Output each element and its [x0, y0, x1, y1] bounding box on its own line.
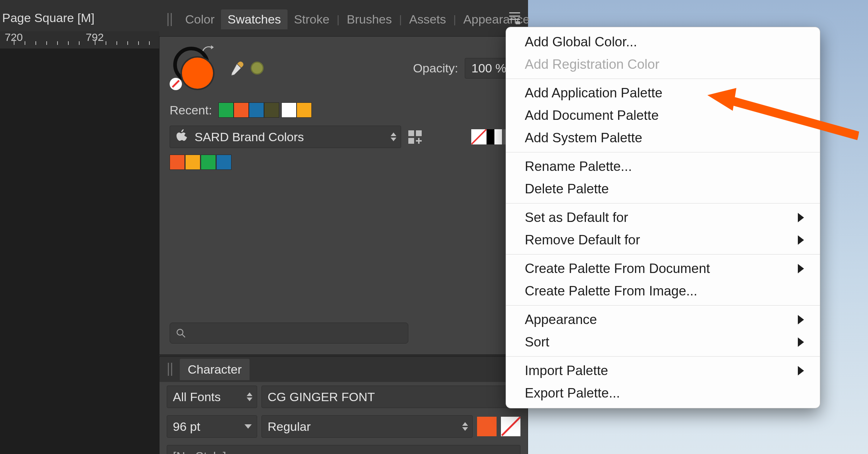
- menu-item-label: Sort: [525, 335, 549, 350]
- palette-swatch[interactable]: [170, 155, 185, 170]
- swatches-panel: Opacity: 100 % Recent: SARD Brand Colors: [159, 36, 528, 355]
- submenu-arrow-icon: [798, 366, 804, 375]
- document-canvas[interactable]: [0, 0, 159, 454]
- text-stroke-color[interactable]: [501, 417, 520, 436]
- tab-separator: |: [336, 13, 340, 26]
- menu-item-label: Create Palette From Document: [525, 261, 710, 276]
- palette-swatches: [159, 152, 528, 172]
- stepper-arrows-icon: [247, 392, 252, 401]
- submenu-arrow-icon: [798, 235, 804, 245]
- palette-selector[interactable]: SARD Brand Colors: [170, 126, 401, 148]
- menu-item[interactable]: Create Palette From Image...: [506, 280, 820, 302]
- sampled-color-icon[interactable]: [251, 62, 264, 75]
- menu-item[interactable]: Sort: [506, 331, 820, 353]
- menu-item-label: Set as Default for: [525, 210, 628, 225]
- menu-item[interactable]: Rename Palette...: [506, 155, 820, 178]
- tab-appearance[interactable]: Appearance: [457, 9, 536, 29]
- menu-item-label: Rename Palette...: [525, 159, 632, 174]
- tab-character[interactable]: Character: [180, 359, 250, 380]
- panel-tablist: Color Swatches Stroke | Brushes | Assets…: [159, 9, 536, 29]
- menu-separator: [506, 79, 820, 79]
- recent-swatches: [218, 102, 312, 118]
- opacity-label: Opacity:: [413, 61, 458, 75]
- menu-item-label: Add System Palette: [525, 130, 642, 146]
- eyedropper-icon[interactable]: [230, 60, 246, 76]
- swatch-search-input[interactable]: [191, 327, 402, 339]
- menu-separator: [506, 254, 820, 255]
- svg-line-1: [182, 335, 185, 337]
- font-style-dropdown[interactable]: Regular: [261, 415, 473, 438]
- text-style-dropdown[interactable]: [No Style]: [167, 445, 520, 454]
- submenu-arrow-icon: [798, 213, 804, 222]
- menu-item[interactable]: Delete Palette: [506, 178, 820, 200]
- recent-swatch[interactable]: [281, 102, 297, 118]
- tab-color[interactable]: Color: [179, 9, 221, 29]
- menu-item-label: Export Palette...: [525, 386, 620, 401]
- menu-item-label: Add Global Color...: [525, 34, 637, 50]
- text-fill-color[interactable]: [477, 417, 497, 436]
- fill-stroke-selector[interactable]: [170, 45, 217, 92]
- menu-item[interactable]: Set as Default for: [506, 206, 820, 229]
- solid-fill-icon[interactable]: [487, 129, 502, 144]
- stepper-arrows-icon: [462, 422, 468, 431]
- submenu-arrow-icon: [798, 264, 804, 273]
- no-fill-icon[interactable]: [471, 129, 486, 144]
- menu-item-label: Add Application Palette: [525, 85, 663, 101]
- menu-item[interactable]: Create Palette From Document: [506, 257, 820, 280]
- submenu-arrow-icon: [798, 315, 804, 324]
- add-swatch-button[interactable]: [407, 129, 423, 145]
- palette-swatch[interactable]: [185, 155, 200, 170]
- swatch-search[interactable]: [170, 323, 408, 344]
- tab-separator: |: [452, 13, 457, 26]
- panel-drag-handle[interactable]: [166, 12, 174, 28]
- none-color-icon[interactable]: [170, 78, 182, 90]
- panel-context-menu: Add Global Color...Add Registration Colo…: [506, 27, 820, 408]
- svg-marker-3: [706, 84, 736, 111]
- panel-drag-handle[interactable]: [166, 361, 174, 377]
- tab-stroke[interactable]: Stroke: [288, 9, 336, 29]
- menu-item-label: Add Document Palette: [525, 108, 659, 123]
- palette-swatch[interactable]: [216, 155, 231, 170]
- fill-well[interactable]: [182, 58, 213, 89]
- ruler[interactable]: 720 792: [0, 31, 159, 49]
- menu-separator: [506, 152, 820, 152]
- recent-swatch[interactable]: [264, 102, 279, 118]
- font-size-dropdown[interactable]: 96 pt: [167, 415, 257, 438]
- recent-swatch[interactable]: [218, 102, 234, 118]
- menu-item-label: Add Registration Color: [525, 57, 659, 72]
- recent-swatch[interactable]: [234, 102, 249, 118]
- menu-item-label: Create Palette From Image...: [525, 283, 697, 299]
- menu-item-label: Delete Palette: [525, 181, 609, 197]
- tab-brushes[interactable]: Brushes: [340, 9, 399, 29]
- document-title: Page Square [M]: [0, 11, 159, 25]
- palette-name: SARD Brand Colors: [195, 130, 304, 144]
- menu-item[interactable]: Add Global Color...: [506, 31, 820, 53]
- svg-point-0: [177, 329, 183, 335]
- panel-menu-button[interactable]: [509, 12, 520, 24]
- apple-icon: [176, 129, 187, 144]
- submenu-arrow-icon: [798, 337, 804, 347]
- recent-label: Recent:: [170, 103, 212, 117]
- menu-item[interactable]: Import Palette: [506, 360, 820, 382]
- chevron-down-icon: [244, 424, 252, 429]
- menu-item[interactable]: Export Palette...: [506, 382, 820, 404]
- tab-swatches[interactable]: Swatches: [221, 9, 287, 29]
- search-icon: [176, 328, 186, 338]
- recent-swatch[interactable]: [297, 102, 312, 118]
- font-family-dropdown[interactable]: CG GINGER FONT: [261, 386, 520, 408]
- top-bar: Page Square [M] 720 792 Color Swatches S…: [0, 0, 528, 38]
- menu-separator: [506, 356, 820, 357]
- menu-item[interactable]: Appearance: [506, 308, 820, 331]
- palette-swatch[interactable]: [201, 155, 216, 170]
- tab-separator: |: [398, 13, 403, 26]
- recent-swatch[interactable]: [249, 102, 264, 118]
- menu-separator: [506, 305, 820, 306]
- menu-item: Add Registration Color: [506, 53, 820, 76]
- font-filter-dropdown[interactable]: All Fonts: [167, 386, 257, 408]
- stepper-arrows-icon: [391, 133, 396, 141]
- menu-item[interactable]: Remove Default for: [506, 229, 820, 251]
- tab-assets[interactable]: Assets: [403, 9, 452, 29]
- menu-item-label: Remove Default for: [525, 232, 640, 248]
- menu-item-label: Import Palette: [525, 363, 608, 378]
- character-panel: Character All Fonts CG GINGER FONT 96 pt…: [159, 356, 528, 454]
